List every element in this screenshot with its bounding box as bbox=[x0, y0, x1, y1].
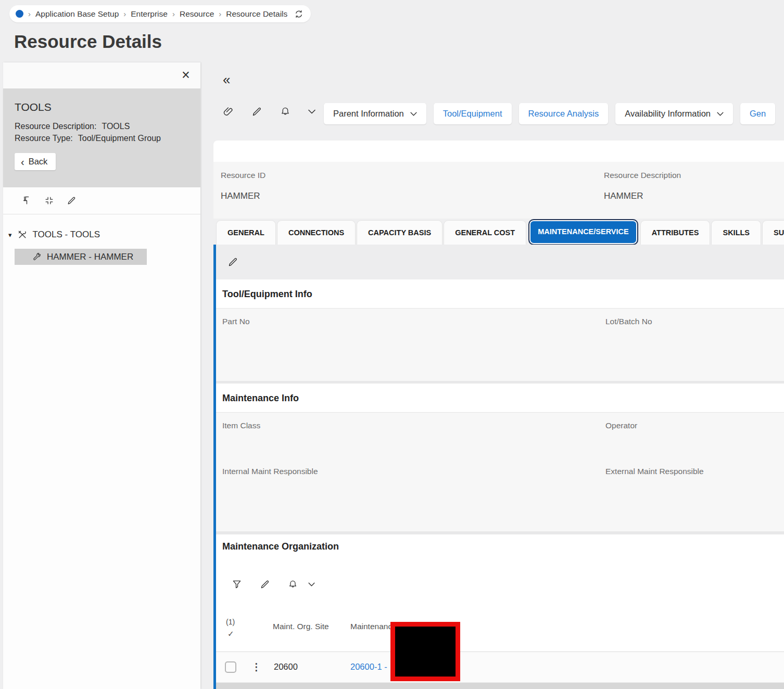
tree-node-tools-label: TOOLS - TOOLS bbox=[33, 229, 100, 240]
collapse-all-icon[interactable] bbox=[44, 196, 54, 206]
external-maint-responsible-label: External Maint Responsible bbox=[605, 467, 704, 476]
lot-batch-no-label: Lot/Batch No bbox=[605, 317, 652, 326]
breadcrumb-resource-details[interactable]: Resource Details bbox=[226, 9, 287, 19]
breadcrumb: › Application Base Setup › Enterprise › … bbox=[9, 5, 311, 22]
resource-analysis-label: Resource Analysis bbox=[528, 109, 599, 119]
refresh-icon[interactable] bbox=[294, 9, 304, 19]
maintenance-organization-section: Maintenance Organization (1) ✓ Maint. bbox=[216, 534, 784, 689]
resource-analysis-button[interactable]: Resource Analysis bbox=[519, 103, 609, 124]
section-edit-toolbar bbox=[216, 245, 784, 279]
maintenance-organization-title: Maintenance Organization bbox=[222, 541, 339, 552]
breadcrumb-enterprise[interactable]: Enterprise bbox=[131, 9, 168, 19]
chevron-down-icon[interactable] bbox=[308, 582, 315, 586]
detail-tabs: GENERAL CONNECTIONS CAPACITY BASIS GENER… bbox=[216, 219, 784, 245]
table-row-selected[interactable]: ⋮ 10000 10000-1 - bbox=[216, 683, 784, 689]
table-bell-icon[interactable] bbox=[288, 579, 298, 590]
row-menu-kebab-icon[interactable]: ⋮ bbox=[251, 661, 261, 673]
resource-description-value: HAMMER bbox=[604, 191, 681, 201]
caret-down-icon[interactable]: ▾ bbox=[8, 231, 12, 239]
tree-node-hammer[interactable]: HAMMER - HAMMER bbox=[15, 249, 147, 265]
edit-record-icon[interactable] bbox=[251, 106, 262, 117]
breadcrumb-separator-icon: › bbox=[28, 9, 31, 18]
tree-node-tools[interactable]: ▾ TOOLS - TOOLS bbox=[3, 227, 200, 243]
resource-details-screen: › Application Base Setup › Enterprise › … bbox=[0, 0, 784, 689]
maintenance-organization-table-header: (1) ✓ Maint. Org. Site Maintenance Organ… bbox=[216, 618, 784, 652]
tab-capacity-basis[interactable]: CAPACITY BASIS bbox=[357, 220, 442, 245]
sidebar-header: × bbox=[3, 62, 200, 88]
breadcrumb-application-base-setup[interactable]: Application Base Setup bbox=[35, 9, 119, 19]
select-all-check-icon[interactable]: ✓ bbox=[227, 629, 234, 639]
selection-count-badge: (1) bbox=[226, 618, 235, 626]
resource-description-line: Resource Description:TOOLS bbox=[15, 122, 189, 131]
parent-information-label: Parent Information bbox=[333, 109, 404, 119]
collapse-panel-icon[interactable]: « bbox=[223, 72, 230, 88]
tab-attributes[interactable]: ATTRIBUTES bbox=[640, 220, 711, 245]
column-header-maint-org-site[interactable]: Maint. Org. Site bbox=[273, 622, 329, 631]
breadcrumb-separator-icon: › bbox=[172, 9, 175, 18]
tab-skills[interactable]: SKILLS bbox=[711, 220, 761, 245]
tab-connections[interactable]: CONNECTIONS bbox=[277, 220, 356, 245]
selected-resource-info-panel: TOOLS Resource Description:TOOLS Resourc… bbox=[3, 88, 200, 187]
wrench-icon bbox=[32, 252, 42, 262]
back-button-label: Back bbox=[29, 157, 48, 167]
filter-icon[interactable] bbox=[232, 579, 242, 590]
generate-button-clipped[interactable]: Gen bbox=[740, 103, 775, 124]
tool-equipment-label: Tool/Equipment bbox=[443, 109, 502, 119]
edit-table-icon[interactable] bbox=[260, 579, 270, 590]
resource-description-value: TOOLS bbox=[102, 122, 130, 131]
breadcrumb-separator-icon: › bbox=[123, 9, 126, 18]
resource-type-value: Tool/Equipment Group bbox=[78, 134, 161, 143]
command-button-row: Parent Information Tool/Equipment Resour… bbox=[324, 103, 775, 124]
close-icon[interactable]: × bbox=[178, 67, 194, 83]
breadcrumb-resource[interactable]: Resource bbox=[180, 9, 214, 19]
edit-tree-icon[interactable] bbox=[67, 196, 77, 206]
record-header-card: Resource ID HAMMER Resource Description … bbox=[213, 141, 784, 219]
operator-label: Operator bbox=[605, 421, 637, 430]
resource-type-line: Resource Type:Tool/Equipment Group bbox=[15, 134, 189, 143]
tree-node-hammer-label: HAMMER - HAMMER bbox=[47, 252, 133, 262]
chevron-left-icon: ‹ bbox=[21, 158, 24, 165]
resource-description-field: Resource Description HAMMER bbox=[604, 171, 681, 201]
cell-maintenance-organization-link[interactable]: 20600-1 - bbox=[350, 662, 387, 672]
sidebar-toolbar bbox=[3, 187, 200, 214]
chevron-down-icon[interactable] bbox=[308, 109, 315, 114]
tab-summary-clipped[interactable]: SUMMA bbox=[762, 220, 784, 245]
generate-button-label: Gen bbox=[750, 109, 766, 119]
app-home-dot-icon[interactable] bbox=[16, 10, 23, 18]
maintenance-service-tab-content: Tool/Equipment Info Part No Lot/Batch No… bbox=[216, 245, 784, 689]
tool-equipment-info-fields: Part No Lot/Batch No bbox=[216, 309, 784, 381]
maintenance-info-title: Maintenance Info bbox=[222, 393, 299, 403]
resource-navigator-sidebar: × TOOLS Resource Description:TOOLS Resou… bbox=[3, 62, 200, 689]
tools-group-icon bbox=[17, 229, 28, 240]
tab-general[interactable]: GENERAL bbox=[216, 220, 276, 245]
redacted-region bbox=[390, 622, 460, 681]
tab-maintenance-service[interactable]: MAINTENANCE/SERVICE bbox=[528, 219, 638, 245]
item-class-label: Item Class bbox=[222, 421, 260, 430]
resource-description-label: Resource Description: bbox=[15, 122, 96, 131]
record-toolbar bbox=[223, 106, 315, 117]
resource-type-label: Resource Type: bbox=[15, 134, 73, 143]
part-no-label: Part No bbox=[222, 317, 250, 326]
table-row[interactable]: ⋮ 20600 20600-1 - bbox=[216, 653, 784, 683]
tab-general-cost[interactable]: GENERAL COST bbox=[444, 220, 526, 245]
cell-maint-org-site: 20600 bbox=[274, 662, 298, 672]
resource-id-value: HAMMER bbox=[221, 191, 265, 201]
chevron-down-icon bbox=[410, 112, 417, 116]
pin-icon[interactable] bbox=[22, 196, 32, 206]
selected-resource-title: TOOLS bbox=[15, 101, 189, 113]
maintenance-organization-toolbar bbox=[232, 579, 315, 590]
back-button[interactable]: ‹ Back bbox=[15, 153, 56, 170]
parent-information-button[interactable]: Parent Information bbox=[324, 103, 426, 124]
notification-bell-icon[interactable] bbox=[280, 106, 290, 117]
edit-section-icon[interactable] bbox=[227, 257, 238, 267]
attachment-icon[interactable] bbox=[223, 106, 234, 117]
page-title: Resource Details bbox=[14, 31, 162, 52]
availability-information-button[interactable]: Availability Information bbox=[615, 103, 733, 124]
tool-equipment-button[interactable]: Tool/Equipment bbox=[434, 103, 512, 124]
maintenance-info-fields: Item Class Operator Internal Maint Respo… bbox=[216, 413, 784, 531]
row-checkbox-unchecked[interactable] bbox=[225, 661, 236, 673]
record-card-top bbox=[213, 141, 784, 162]
tool-equipment-info-title: Tool/Equipment Info bbox=[222, 289, 312, 299]
record-card-fields: Resource ID HAMMER Resource Description … bbox=[213, 162, 784, 219]
resource-tree: ▾ TOOLS - TOOLS HAMMER - HAMMER bbox=[3, 214, 200, 265]
